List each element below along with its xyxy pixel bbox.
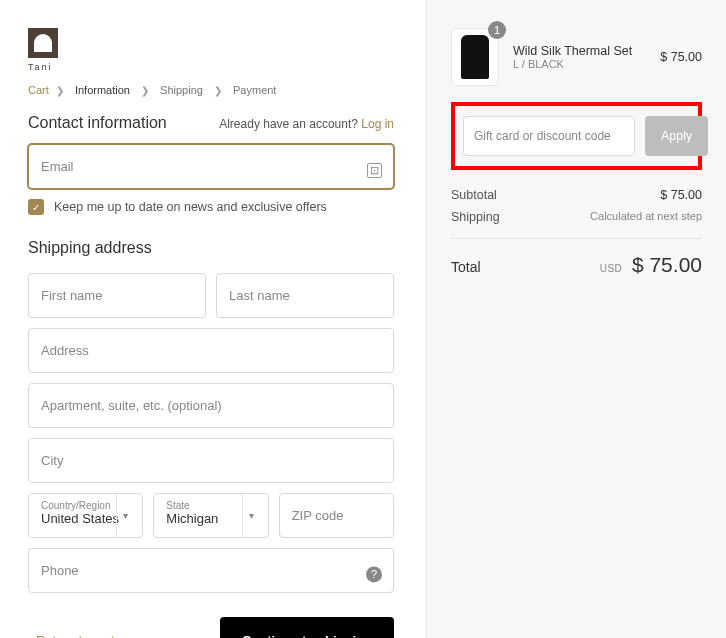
- chevron-right-icon: ❯: [56, 85, 64, 96]
- breadcrumb-information: Information: [75, 84, 130, 96]
- subtotal-value: $ 75.00: [660, 188, 702, 202]
- apply-button[interactable]: Apply: [645, 116, 708, 156]
- return-to-cart-link[interactable]: ‹ Return to cart: [28, 633, 115, 638]
- discount-highlight: Apply: [451, 102, 702, 170]
- chevron-down-icon: ▾: [242, 494, 260, 537]
- total-value: $ 75.00: [632, 253, 702, 276]
- product-price: $ 75.00: [660, 50, 702, 64]
- product-variant: L / BLACK: [513, 58, 660, 70]
- subtotal-label: Subtotal: [451, 188, 497, 202]
- breadcrumb-payment: Payment: [233, 84, 276, 96]
- last-name-field[interactable]: [216, 273, 394, 318]
- state-select[interactable]: State Michigan ▾: [153, 493, 268, 538]
- product-thumbnail: 1: [451, 28, 499, 86]
- brand-logo[interactable]: [28, 28, 58, 58]
- city-field[interactable]: [28, 438, 394, 483]
- breadcrumb-cart[interactable]: Cart: [28, 84, 49, 96]
- shipping-address-title: Shipping address: [28, 239, 394, 257]
- address-field[interactable]: [28, 328, 394, 373]
- brand-text: Tani: [28, 62, 394, 72]
- chevron-down-icon: ▾: [116, 494, 134, 537]
- contact-info-title: Contact information: [28, 114, 167, 132]
- email-field[interactable]: [28, 144, 394, 189]
- continue-to-shipping-button[interactable]: Continue to shipping: [220, 617, 394, 638]
- product-row: 1 Wild Silk Thermal Set L / BLACK $ 75.0…: [451, 28, 702, 86]
- discount-code-input[interactable]: [463, 116, 635, 156]
- breadcrumb-shipping: Shipping: [160, 84, 203, 96]
- chevron-right-icon: ❯: [214, 85, 222, 96]
- breadcrumb: Cart ❯ Information ❯ Shipping ❯ Payment: [28, 84, 394, 96]
- product-name: Wild Silk Thermal Set: [513, 44, 660, 58]
- apartment-field[interactable]: [28, 383, 394, 428]
- chevron-right-icon: ❯: [141, 85, 149, 96]
- phone-field[interactable]: [28, 548, 394, 593]
- zip-field[interactable]: [279, 493, 394, 538]
- quantity-badge: 1: [488, 21, 506, 39]
- total-label: Total: [451, 259, 481, 275]
- divider: [451, 238, 702, 239]
- newsletter-checkbox-row[interactable]: ✓ Keep me up to date on news and exclusi…: [28, 199, 394, 215]
- shipping-label: Shipping: [451, 210, 500, 224]
- checkbox-icon[interactable]: ✓: [28, 199, 44, 215]
- login-prompt: Already have an account? Log in: [219, 117, 394, 131]
- chevron-left-icon: ‹: [28, 633, 36, 638]
- first-name-field[interactable]: [28, 273, 206, 318]
- login-link[interactable]: Log in: [361, 117, 394, 131]
- total-currency: USD: [600, 263, 623, 274]
- shipping-value: Calculated at next step: [590, 210, 702, 224]
- country-select[interactable]: Country/Region United States ▾: [28, 493, 143, 538]
- newsletter-label: Keep me up to date on news and exclusive…: [54, 200, 327, 214]
- help-icon[interactable]: ?: [366, 566, 382, 582]
- contacts-icon[interactable]: ⊡: [367, 163, 382, 178]
